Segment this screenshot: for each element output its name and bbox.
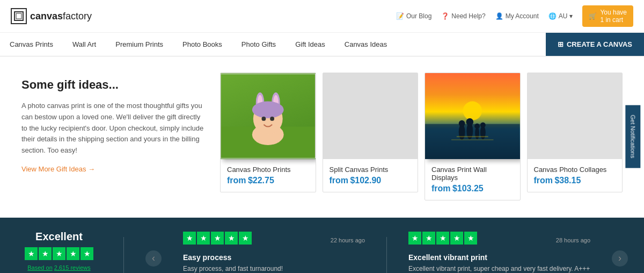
trust-based: Based on 2,615 reviews bbox=[16, 264, 102, 271]
product-image-1 bbox=[323, 73, 418, 159]
trustpilot-bar: Excellent ★ ★ ★ ★ ★ Based on 2,615 revie… bbox=[0, 218, 644, 273]
account-link[interactable]: 👤 My Account bbox=[495, 12, 539, 20]
create-canvas-button[interactable]: ⊞ CREATE A CANVAS bbox=[546, 33, 644, 56]
cart-icon: 🛒 bbox=[589, 12, 597, 20]
main-nav: Canvas Prints Wall Art Premium Prints Ph… bbox=[0, 33, 644, 56]
trust-rating: Excellent ★ ★ ★ ★ ★ Based on 2,615 revie… bbox=[16, 231, 102, 273]
product-image-2 bbox=[425, 73, 520, 159]
review-text-0: Easy process, and fast turnaround! bbox=[183, 264, 365, 274]
svg-rect-23 bbox=[457, 136, 488, 137]
logo-icon bbox=[11, 8, 27, 24]
logo[interactable]: canvasfactory bbox=[11, 8, 92, 24]
svg-point-11 bbox=[270, 117, 274, 121]
product-card-3[interactable]: Canvas Photo Collages from $38.15 bbox=[527, 73, 623, 192]
review-header-1: ★ ★ ★ ★ ★ 28 hours ago bbox=[408, 232, 590, 249]
get-notifications-button[interactable]: Get Notifications bbox=[626, 105, 641, 168]
view-more-link[interactable]: View More Gift Ideas → bbox=[21, 165, 204, 173]
svg-point-22 bbox=[480, 123, 486, 128]
svg-point-10 bbox=[261, 117, 266, 121]
prev-review-button[interactable]: ‹ bbox=[145, 250, 162, 267]
nav-item-canvas-ideas[interactable]: Canvas Ideas bbox=[335, 33, 397, 56]
nav-item-photo-books[interactable]: Photo Books bbox=[173, 33, 232, 56]
product-name-3: Canvas Photo Collages bbox=[534, 166, 616, 174]
svg-point-19 bbox=[459, 120, 465, 127]
nav-item-canvas-prints[interactable]: Canvas Prints bbox=[0, 33, 63, 56]
header-right: 📝 Our Blog ❓ Need Help? 👤 My Account 🌐 A… bbox=[396, 5, 633, 27]
product-image-0 bbox=[221, 73, 316, 159]
product-info-3: Canvas Photo Collages from $38.15 bbox=[528, 159, 623, 192]
nav-item-premium-prints[interactable]: Premium Prints bbox=[106, 33, 173, 56]
divider-2 bbox=[386, 237, 387, 274]
product-name-0: Canvas Photo Prints bbox=[227, 166, 309, 174]
nav-item-photo-gifts[interactable]: Photo Gifts bbox=[232, 33, 286, 56]
product-price-0: from $22.75 bbox=[227, 176, 309, 185]
divider-1 bbox=[123, 237, 124, 274]
section-description: A photo canvas print is one of the most … bbox=[21, 100, 204, 156]
next-review-button[interactable]: › bbox=[612, 250, 628, 267]
review-count[interactable]: 2,615 reviews bbox=[54, 264, 91, 271]
products-grid: Canvas Photo Prints from $22.75 Split Ca… bbox=[220, 73, 623, 202]
cart-button[interactable]: 🛒 You have 1 in cart bbox=[582, 5, 633, 27]
review-title-0: Easy process bbox=[183, 253, 365, 262]
review-card-0: ★ ★ ★ ★ ★ 22 hours ago Easy process Easy… bbox=[183, 232, 365, 274]
product-card-0[interactable]: Canvas Photo Prints from $22.75 bbox=[220, 73, 316, 192]
help-link[interactable]: ❓ Need Help? bbox=[441, 12, 485, 20]
review-time-0: 22 hours ago bbox=[331, 237, 365, 243]
left-content: Some gift ideas... A photo canvas print … bbox=[21, 73, 204, 202]
svg-rect-1 bbox=[16, 13, 21, 19]
product-info-2: Canvas Print Wall Displays from $103.25 bbox=[425, 159, 520, 200]
region-selector[interactable]: 🌐 AU ▾ bbox=[548, 12, 573, 20]
header: canvasfactory 📝 Our Blog ❓ Need Help? 👤 … bbox=[0, 0, 644, 33]
logo-text: canvasfactory bbox=[30, 11, 92, 22]
section-title: Some gift ideas... bbox=[21, 78, 204, 92]
review-card-1: ★ ★ ★ ★ ★ 28 hours ago Excellent vibrant… bbox=[408, 232, 590, 274]
review-stars-1: ★ ★ ★ ★ ★ bbox=[408, 232, 477, 245]
help-icon: ❓ bbox=[441, 12, 449, 20]
svg-rect-24 bbox=[451, 139, 493, 140]
svg-point-20 bbox=[466, 118, 473, 126]
product-name-2: Canvas Print Wall Displays bbox=[431, 166, 514, 182]
product-price-2: from $103.25 bbox=[431, 184, 514, 193]
svg-rect-0 bbox=[14, 12, 23, 20]
svg-point-21 bbox=[474, 124, 480, 129]
product-image-3 bbox=[528, 73, 623, 159]
blog-link[interactable]: 📝 Our Blog bbox=[396, 12, 431, 20]
nav-item-wall-art[interactable]: Wall Art bbox=[63, 33, 106, 56]
trust-stars: ★ ★ ★ ★ ★ bbox=[16, 247, 102, 260]
product-info-1: Split Canvas Prints from $102.90 bbox=[323, 159, 418, 192]
product-price-1: from $102.90 bbox=[330, 176, 412, 185]
review-header-0: ★ ★ ★ ★ ★ 22 hours ago bbox=[183, 232, 365, 249]
svg-point-14 bbox=[463, 102, 482, 120]
chevron-down-icon: ▾ bbox=[569, 12, 573, 20]
canvas-icon: ⊞ bbox=[558, 40, 564, 48]
review-title-1: Excellent vibrant print bbox=[408, 253, 590, 262]
account-icon: 👤 bbox=[495, 12, 503, 20]
nav-item-gift-ideas[interactable]: Gift Ideas bbox=[286, 33, 335, 56]
product-name-1: Split Canvas Prints bbox=[330, 166, 412, 174]
trust-excellent: Excellent bbox=[16, 231, 102, 243]
review-time-1: 28 hours ago bbox=[556, 237, 590, 243]
product-card-2[interactable]: Canvas Print Wall Displays from $103.25 bbox=[425, 73, 521, 200]
globe-icon: 🌐 bbox=[548, 12, 557, 20]
review-stars-0: ★ ★ ★ ★ ★ bbox=[183, 232, 252, 245]
review-text-1: Excellent vibrant print, super cheap and… bbox=[408, 264, 590, 274]
svg-point-9 bbox=[252, 102, 284, 118]
product-card-1[interactable]: Split Canvas Prints from $102.90 bbox=[323, 73, 419, 192]
main-content: Some gift ideas... A photo canvas print … bbox=[0, 56, 644, 218]
product-price-3: from $38.15 bbox=[534, 176, 616, 185]
blog-icon: 📝 bbox=[396, 12, 404, 20]
product-info-0: Canvas Photo Prints from $22.75 bbox=[221, 159, 316, 192]
